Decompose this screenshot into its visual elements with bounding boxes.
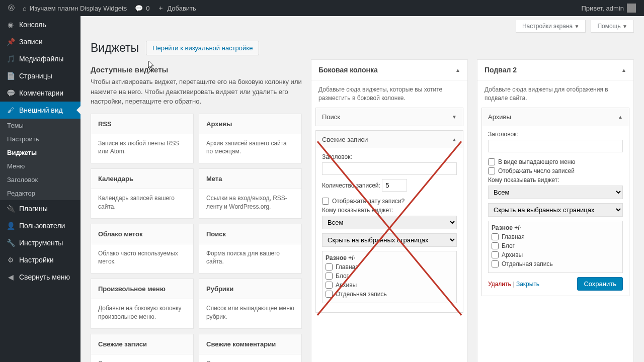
page-checklist[interactable]: Разное +/- ГлавнаяБлогАрхивыОтдельная за…: [322, 251, 457, 303]
chk-dropdown[interactable]: [488, 158, 495, 165]
label-title: Заголовок:: [488, 131, 623, 138]
comments-link[interactable]: 💬0: [131, 0, 153, 16]
misc-toggle[interactable]: Разное +/-: [326, 254, 453, 261]
menu-settings[interactable]: ⚙Настройки: [0, 251, 80, 268]
available-widget[interactable]: Облако метокОблако часто используемых ме…: [91, 224, 194, 274]
sub-customize[interactable]: Настроить: [0, 132, 80, 146]
sidebar-area-desc: Добавьте сюда виджеты, которые вы хотите…: [311, 80, 467, 108]
delete-widget-link[interactable]: Удалить: [488, 281, 511, 288]
sidebar-area-head[interactable]: Подвал 2 ▲: [477, 60, 633, 80]
brush-icon: 🖌: [6, 106, 15, 115]
sub-themes[interactable]: Темы: [0, 119, 80, 132]
available-widget[interactable]: Свежие комментарииСамые свежие комментар…: [199, 334, 302, 362]
widget-title: Свежие комментарии: [199, 334, 301, 354]
chk-page-label: Главная: [336, 263, 359, 270]
menu-appearance[interactable]: 🖌Внешний вид: [0, 102, 80, 119]
chk-show-count[interactable]: [488, 167, 495, 174]
input-count[interactable]: [382, 179, 407, 192]
menu-console[interactable]: ◉Консоль: [0, 16, 80, 33]
caret-down-icon: ▼: [574, 24, 579, 29]
caret-down-icon: ▼: [622, 24, 627, 29]
widget-title: Облако меток: [91, 224, 193, 244]
sub-header[interactable]: Заголовок: [0, 173, 80, 187]
screen-meta: Настройки экрана ▼ Помощь ▼: [91, 16, 634, 33]
available-widget[interactable]: КалендарьКалендарь записей вашего сайта.: [91, 168, 194, 219]
available-desc: Чтобы активировать виджет, перетащите ег…: [91, 77, 302, 114]
wordpress-icon: ⓦ: [8, 4, 15, 13]
chk-page[interactable]: [326, 263, 333, 270]
widget-toggle[interactable]: Свежие записи▲: [316, 131, 463, 148]
select-hide-on[interactable]: Скрыть на выбранных страницах: [488, 203, 623, 217]
settings-icon: ⚙: [6, 255, 15, 264]
plug-icon: 🔌: [6, 204, 15, 213]
chk-page-label: Отдельная запись: [336, 291, 387, 298]
widget-desc: Форма поиска для вашего сайта.: [199, 244, 301, 274]
menu-plugins[interactable]: 🔌Плагины: [0, 200, 80, 217]
help-tab[interactable]: Помощь ▼: [591, 20, 634, 33]
page-checklist[interactable]: Разное +/- ГлавнаяБлогАрхивыОтдельная за…: [488, 221, 623, 273]
collapse-icon: ◀: [6, 273, 15, 282]
chk-page[interactable]: [326, 291, 333, 298]
chk-page[interactable]: [492, 242, 499, 249]
sidebar-area-head[interactable]: Боковая колонка ▲: [311, 60, 467, 80]
sidebar-area-main: Боковая колонка ▲ Добавьте сюда виджеты,…: [311, 59, 468, 362]
chk-page[interactable]: [326, 273, 333, 280]
save-widget-button[interactable]: Сохранить: [577, 277, 623, 291]
select-show-to[interactable]: Всем: [488, 186, 623, 199]
available-widget[interactable]: МетаСсылки на вход/выход, RSS-ленту и Wo…: [199, 168, 302, 219]
comment-icon: 💬: [6, 88, 15, 98]
select-show-to[interactable]: Всем: [322, 216, 457, 229]
menu-collapse[interactable]: ◀Свернуть меню: [0, 268, 80, 286]
menu-users[interactable]: 👤Пользователи: [0, 217, 80, 234]
chk-page[interactable]: [492, 260, 499, 267]
pin-icon: 📌: [6, 37, 15, 46]
manage-with-live-preview[interactable]: Перейти к визуальной настройке: [146, 41, 259, 55]
admin-toolbar: ⓦ ⌂Изучаем плагин Display Widgets 💬0 ＋До…: [0, 0, 644, 16]
available-widget[interactable]: ПоискФорма поиска для вашего сайта.: [199, 224, 302, 274]
page-icon: 📄: [6, 71, 15, 80]
user-icon: 👤: [6, 221, 15, 230]
menu-media[interactable]: 🎵Медиафайлы: [0, 50, 80, 67]
misc-toggle[interactable]: Разное +/-: [492, 224, 619, 231]
available-widget[interactable]: РубрикиСписок или выпадающее меню рубрик…: [199, 279, 302, 329]
widget-toggle[interactable]: Архивы▲: [482, 108, 629, 126]
wp-logo[interactable]: ⓦ: [4, 0, 19, 16]
available-widget[interactable]: RSSЗаписи из любой ленты RSS или Atom.: [91, 114, 194, 164]
add-new[interactable]: ＋Добавить: [153, 0, 200, 16]
sub-editor[interactable]: Редактор: [0, 187, 80, 200]
widget-title: Поиск: [199, 224, 301, 244]
content-area: Настройки экрана ▼ Помощь ▼ Виджеты Пере…: [80, 16, 644, 362]
sub-widgets[interactable]: Виджеты: [0, 146, 80, 159]
menu-pages[interactable]: 📄Страницы: [0, 67, 80, 84]
select-hide-on[interactable]: Скрыть на выбранных страницах: [322, 233, 457, 247]
chk-page-label: Главная: [502, 233, 525, 240]
available-widgets-column: Доступные виджеты Чтобы активировать вид…: [91, 59, 302, 362]
chk-show-date[interactable]: [322, 198, 329, 205]
available-widget[interactable]: Свежие записиСамые свежие записи вашего …: [91, 334, 194, 362]
widget-desc: Календарь записей вашего сайта.: [91, 189, 193, 218]
menu-posts[interactable]: 📌Записи: [0, 33, 80, 50]
screen-options-tab[interactable]: Настройки экрана ▼: [516, 20, 586, 33]
menu-tools[interactable]: 🔧Инструменты: [0, 234, 80, 251]
chk-page[interactable]: [326, 282, 333, 289]
chk-page[interactable]: [492, 251, 499, 258]
sub-menus[interactable]: Меню: [0, 159, 80, 173]
account-link[interactable]: Привет, admin: [577, 0, 640, 16]
chk-page[interactable]: [492, 233, 499, 240]
menu-comments[interactable]: 💬Комментарии: [0, 84, 80, 102]
page-header: Виджеты Перейти к визуальной настройке: [91, 33, 634, 59]
widget-desc: Записи из любой ленты RSS или Atom.: [91, 134, 193, 163]
widget-title: Календарь: [91, 169, 193, 189]
widget-toggle[interactable]: Поиск▼: [316, 108, 463, 126]
media-icon: 🎵: [6, 54, 15, 63]
comment-count: 0: [146, 5, 149, 12]
input-title[interactable]: [322, 162, 457, 175]
label-show-to: Кому показывать виджет:: [488, 176, 623, 184]
input-title[interactable]: [488, 140, 623, 152]
site-name[interactable]: ⌂Изучаем плагин Display Widgets: [19, 0, 131, 16]
available-widget[interactable]: АрхивыАрхив записей вашего сайта по меся…: [199, 114, 302, 164]
close-widget-link[interactable]: Закрыть: [516, 281, 539, 288]
available-widget[interactable]: Произвольное менюДобавьте на боковую кол…: [91, 279, 194, 329]
chk-page-label: Архивы: [336, 282, 357, 289]
chk-page-label: Блог: [336, 273, 349, 280]
